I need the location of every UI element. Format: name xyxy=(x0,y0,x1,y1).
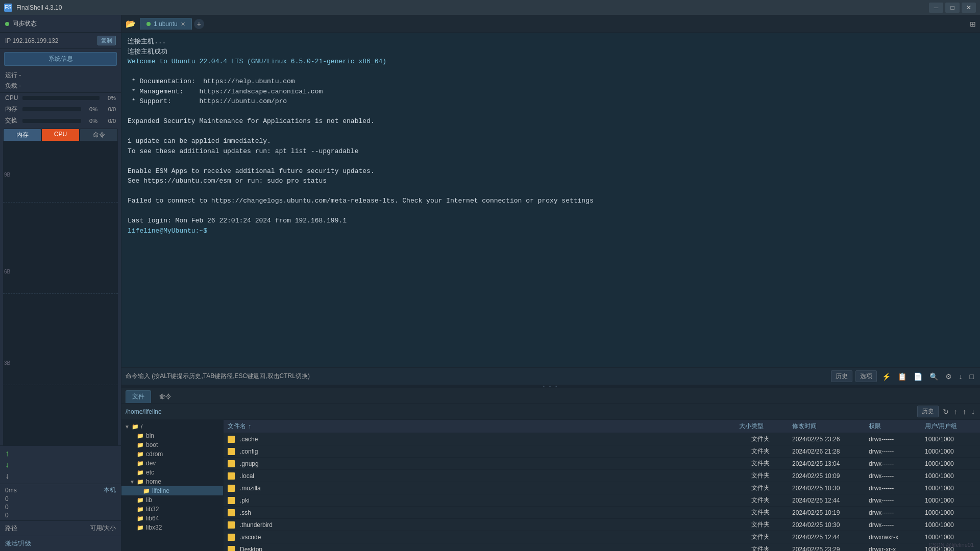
tree-item[interactable]: 📁boot xyxy=(121,440,223,449)
sysinfo-button[interactable]: 系统信息 xyxy=(4,52,117,66)
minimize-button[interactable]: ─ xyxy=(929,3,943,13)
file-panel: 文件 命令 /home/lifeline 历史 ↻ ↑ ↑ ↓ ▼📁/📁bin📁… xyxy=(121,388,980,551)
clipboard-icon[interactable]: 📋 xyxy=(896,371,909,382)
terminal-line: See https://ubuntu.com/esm or run: sudo … xyxy=(128,176,974,186)
up-dir-icon[interactable]: ↑ xyxy=(953,407,959,417)
file-user: 1000/1000 xyxy=(925,485,976,492)
file-date: 2024/02/25 23:29 xyxy=(792,546,869,552)
tree-item[interactable]: 📁lib xyxy=(121,495,223,505)
latency-value-3: 0 xyxy=(5,512,9,519)
tab-folder-icon[interactable]: 📂 xyxy=(126,19,136,29)
ip-row: IP 192.168.199.132 复制 xyxy=(0,33,121,49)
folder-icon: 📁 xyxy=(137,451,144,458)
tab-cpu[interactable]: CPU xyxy=(41,129,80,141)
tree-item[interactable]: 📁bin xyxy=(121,431,223,440)
command-input-bar: 命令输入 (按ALT键提示历史,TAB键路径,ESC键返回,双击CTRL切换) … xyxy=(121,367,980,385)
file-tab-files[interactable]: 文件 xyxy=(126,390,151,403)
file-folder-icon xyxy=(228,436,235,443)
col-type[interactable]: 类型 xyxy=(751,422,792,431)
col-user[interactable]: 用户/用户组 xyxy=(925,422,976,431)
options-button[interactable]: 选项 xyxy=(855,370,877,382)
tree-expand-icon: ▼ xyxy=(130,479,135,485)
col-perm[interactable]: 权限 xyxy=(869,422,925,431)
tree-item[interactable]: ▼📁/ xyxy=(121,422,223,431)
copy-ip-button[interactable]: 复制 xyxy=(97,36,116,45)
tree-item[interactable]: 📁libx32 xyxy=(121,523,223,532)
tree-item[interactable]: 📁lifeline xyxy=(121,486,223,495)
file-history-button[interactable]: 历史 xyxy=(917,406,939,417)
tab-memory[interactable]: 内存 xyxy=(3,129,41,141)
file-date: 2024/02/25 10:19 xyxy=(792,509,869,516)
command-input[interactable] xyxy=(313,373,828,380)
file-row[interactable]: .cache文件夹2024/02/25 23:26drwx------1000/… xyxy=(224,433,980,445)
activate-button[interactable]: 激活/升级 xyxy=(0,536,121,551)
file-name: .gnupg xyxy=(240,460,259,467)
mem-ratio: 0/0 xyxy=(101,106,116,112)
tab-command[interactable]: 命令 xyxy=(80,129,118,141)
cpu-bar-background xyxy=(22,96,100,100)
tree-item-label: cdrom xyxy=(146,450,163,458)
download-file-icon[interactable]: ↓ xyxy=(970,407,976,417)
file-name-cell: .local xyxy=(228,472,710,480)
terminal-tab-ubuntu[interactable]: 1 ubuntu ✕ xyxy=(140,18,192,30)
search-icon[interactable]: 🔍 xyxy=(927,371,940,382)
cpu-label: CPU xyxy=(5,94,19,102)
file-type: 文件夹 xyxy=(751,545,792,551)
file-row[interactable]: .mozilla文件夹2024/02/25 10:30drwx------100… xyxy=(224,482,980,494)
col-size[interactable]: 大小 xyxy=(710,422,751,431)
terminal-line: Last login: Mon Feb 26 22:01:24 2024 fro… xyxy=(128,216,974,226)
file-row[interactable]: Desktop文件夹2024/02/25 23:29drwxr-xr-x1000… xyxy=(224,543,980,551)
file-rows-container: .cache文件夹2024/02/25 23:26drwx------1000/… xyxy=(224,433,980,551)
tree-item[interactable]: 📁lib64 xyxy=(121,514,223,523)
download-icon[interactable]: ↓ xyxy=(957,371,965,382)
close-button[interactable]: ✕ xyxy=(962,3,976,13)
file-perm: drwx------ xyxy=(869,521,925,529)
file-row[interactable]: .vscode文件夹2024/02/25 12:44drwxrwxr-x1000… xyxy=(224,531,980,543)
lightning-icon[interactable]: ⚡ xyxy=(880,371,893,382)
add-tab-button[interactable]: + xyxy=(194,19,204,29)
file-name: .ssh xyxy=(240,509,251,516)
tree-item[interactable]: 📁etc xyxy=(121,468,223,477)
tree-item[interactable]: 📁cdrom xyxy=(121,449,223,459)
download-icon: ↓ xyxy=(5,460,9,469)
folder-icon: 📁 xyxy=(137,479,144,485)
latency-row-4: 0 xyxy=(5,511,116,519)
file-row[interactable]: .gnupg文件夹2024/02/25 13:04drwx------1000/… xyxy=(224,458,980,470)
tree-expand-icon: ▼ xyxy=(125,424,130,430)
upload-icon[interactable]: ↑ xyxy=(962,407,967,417)
col-date[interactable]: 修改时间 xyxy=(792,422,869,431)
refresh-icon[interactable]: ↻ xyxy=(942,407,950,417)
file-perm: drwx------ xyxy=(869,448,925,455)
file-row[interactable]: .ssh文件夹2024/02/25 10:19drwx------1000/10… xyxy=(224,507,980,519)
file-row[interactable]: .pki文件夹2024/02/25 12:44drwx------1000/10… xyxy=(224,494,980,507)
terminal-line xyxy=(128,127,974,137)
file-date: 2024/02/25 10:09 xyxy=(792,472,869,480)
file-name: .config xyxy=(240,448,258,455)
file-row[interactable]: .thunderbird文件夹2024/02/25 10:30drwx-----… xyxy=(224,519,980,531)
file-perm: drwxrwxr-x xyxy=(869,534,925,541)
tree-item[interactable]: 📁dev xyxy=(121,459,223,468)
file-name: .thunderbird xyxy=(240,521,273,529)
file-perm: drwx------ xyxy=(869,472,925,480)
chart-label-9b: 9B xyxy=(4,172,10,178)
settings-icon[interactable]: ⚙ xyxy=(943,371,954,382)
tab-close-icon[interactable]: ✕ xyxy=(181,21,185,28)
tree-item[interactable]: ▼📁home xyxy=(121,477,223,486)
window-icon[interactable]: □ xyxy=(968,371,976,382)
tab-bar: 📂 1 ubuntu ✕ + ⊞ xyxy=(121,15,980,33)
maximize-button[interactable]: □ xyxy=(945,3,960,13)
file-row[interactable]: .local文件夹2024/02/25 10:09drwx------1000/… xyxy=(224,470,980,482)
grid-view-icon[interactable]: ⊞ xyxy=(970,20,976,28)
file-user: 1000/1000 xyxy=(925,448,976,455)
latency-label: 0ms xyxy=(5,487,17,494)
terminal-line xyxy=(128,107,974,117)
document-icon[interactable]: 📄 xyxy=(912,371,924,382)
file-type: 文件夹 xyxy=(751,484,792,492)
terminal-area[interactable]: 连接主机...连接主机成功Welcome to Ubuntu 22.04.4 L… xyxy=(121,33,980,367)
file-row[interactable]: .config文件夹2024/02/26 21:28drwx------1000… xyxy=(224,445,980,458)
folder-icon: 📁 xyxy=(143,488,150,494)
tree-item[interactable]: 📁lib32 xyxy=(121,505,223,514)
file-tab-command[interactable]: 命令 xyxy=(153,391,178,403)
history-button[interactable]: 历史 xyxy=(831,370,852,382)
col-name[interactable]: 文件名 ↑ xyxy=(228,422,710,431)
